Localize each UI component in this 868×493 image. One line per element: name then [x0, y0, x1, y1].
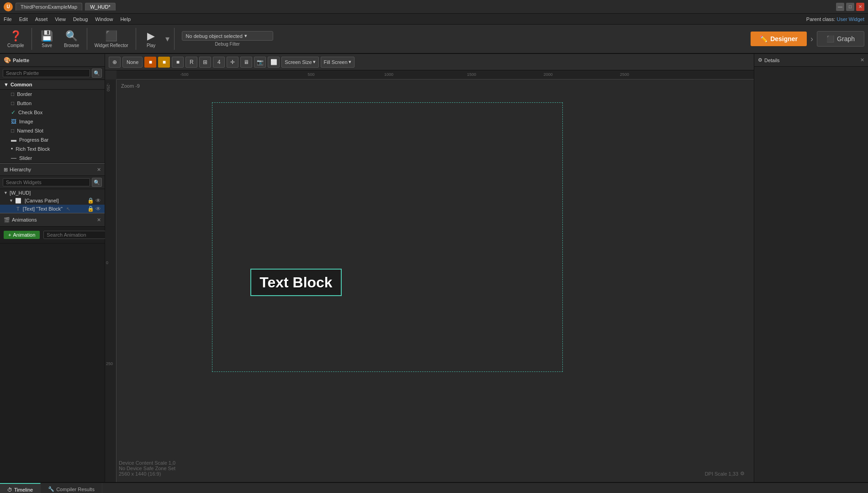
designer-button[interactable]: ✏️ Designer: [751, 32, 807, 46]
canvas-area: ⊕ None ■ ■ ■ R ⊞ 4 ✛ 🖥 📷 ⬜ Screen Size ▾…: [105, 54, 754, 482]
camera-button[interactable]: 📷: [254, 57, 266, 68]
menubar: File Edit Asset View Debug Window Help P…: [0, 14, 868, 25]
hierarchy-panel: ⊞ Hierarchy ✕ 🔍 ▼ [W_HUD] ▼ ⬜ [Canvas Pa…: [0, 163, 105, 213]
hierarchy-search-button[interactable]: 🔍: [92, 178, 102, 187]
palette-border-item[interactable]: □ Border: [0, 90, 105, 99]
screen-bounds-rect: [212, 102, 562, 372]
animations-close-icon[interactable]: ✕: [97, 217, 101, 223]
hierarchy-search-bar: 🔍: [0, 176, 105, 189]
hierarchy-title: Hierarchy: [10, 167, 31, 172]
color-button-3[interactable]: ■: [172, 57, 184, 68]
fit-view-button[interactable]: ⊕: [109, 57, 121, 68]
lock-icon[interactable]: 🔒: [87, 197, 94, 204]
tab-timeline[interactable]: ⏱ Timeline: [0, 483, 41, 493]
menu-view[interactable]: View: [55, 16, 66, 22]
grid-button[interactable]: ⊞: [199, 57, 211, 68]
section-label: Common: [11, 82, 32, 87]
text-lock-icon[interactable]: 🔒: [87, 206, 94, 212]
menu-file[interactable]: File: [4, 16, 12, 22]
hierarchy-header: ⊞ Hierarchy ✕: [0, 163, 105, 176]
settings-icon[interactable]: ⚙: [740, 471, 745, 477]
palette-image-item[interactable]: 🖼 Image: [0, 117, 105, 126]
tab-widget[interactable]: W_HUD*: [85, 3, 116, 11]
window-controls: — □ ✕: [836, 3, 864, 11]
palette-search-bar: 🔍: [0, 67, 105, 80]
namedslot-label: Named Slot: [17, 128, 43, 133]
close-button[interactable]: ✕: [856, 3, 864, 11]
color-button-2[interactable]: ■: [158, 57, 170, 68]
hierarchy-close-icon[interactable]: ✕: [97, 167, 101, 173]
widget-canvas[interactable]: Text Block: [116, 80, 754, 482]
palette-button-item[interactable]: □ Button: [0, 99, 105, 108]
fill-screen-dropdown[interactable]: Fill Screen ▾: [321, 57, 355, 68]
none-button[interactable]: None: [122, 57, 143, 68]
add-animation-button[interactable]: + Animation: [4, 231, 40, 239]
palette-common-section[interactable]: ▼ Common: [0, 80, 105, 90]
palette-richtextblock-item[interactable]: • Rich Text Block: [0, 144, 105, 154]
ruler-mark-1500: 1500: [467, 72, 476, 77]
app-logo: U: [4, 2, 13, 11]
menu-edit[interactable]: Edit: [19, 16, 28, 22]
color-button-1[interactable]: ■: [144, 57, 156, 68]
palette-search-input[interactable]: [3, 69, 90, 77]
menu-help[interactable]: Help: [120, 16, 131, 22]
maximize-button[interactable]: □: [846, 3, 854, 11]
palette-search-button[interactable]: 🔍: [92, 69, 102, 78]
minimize-button[interactable]: —: [836, 3, 844, 11]
palette-namedslot-item[interactable]: □ Named Slot: [0, 126, 105, 135]
timeline-tabs: ⏱ Timeline 🔧 Compiler Results: [0, 483, 868, 493]
resolution: 2560 x 1440 (16:9): [119, 471, 175, 477]
widget-reflector-button[interactable]: ⬛ Widget Reflector: [91, 28, 132, 50]
move-button[interactable]: ✛: [227, 57, 238, 68]
hierarchy-canvas-item[interactable]: ▼ ⬜ [Canvas Panel] 🔒 👁: [0, 196, 105, 205]
palette-slider-item[interactable]: — Slider: [0, 154, 105, 163]
canvas-viewport[interactable]: -500 500 1000 1500 2000 2500 -250 0 250 …: [105, 70, 754, 482]
hierarchy-textblock-item[interactable]: T [Text] "Text Block" ↖ 🔒 👁: [0, 205, 105, 213]
border-icon: □: [11, 91, 14, 97]
menu-window[interactable]: Window: [95, 16, 113, 22]
eye-icon[interactable]: 👁: [95, 197, 101, 204]
ruler-mark-2000: 2000: [544, 72, 553, 77]
designer-arrow-icon: ›: [810, 34, 813, 44]
save-label: Save: [42, 43, 52, 48]
tab-compiler-results[interactable]: 🔧 Compiler Results: [41, 483, 102, 493]
number-button[interactable]: 4: [213, 57, 225, 68]
dpi-scale-label: DPI Scale 1,33: [705, 471, 738, 477]
hierarchy-search-input[interactable]: [3, 178, 90, 186]
play-dropdown-icon[interactable]: ▾: [165, 34, 169, 44]
screen-button[interactable]: 🖥: [240, 57, 252, 68]
canvas-item-icon: ⬜: [15, 198, 21, 204]
tab-map[interactable]: ThirdPersonExampleMap: [16, 3, 82, 11]
layout-button[interactable]: ⬜: [268, 57, 280, 68]
debug-object-dropdown[interactable]: No debug object selected ▾: [182, 31, 273, 41]
dpi-info: DPI Scale 1,33 ⚙: [705, 471, 745, 477]
titlebar: U ThirdPersonExampleMap W_HUD* — □ ✕: [0, 0, 868, 14]
text-item-icon: T: [16, 206, 20, 212]
palette-checkbox-item[interactable]: ✓ Check Box: [0, 108, 105, 117]
add-anim-label: Animation: [13, 232, 35, 238]
save-button[interactable]: 💾 Save: [36, 28, 58, 50]
canvas-item-controls: 🔒 👁: [87, 197, 101, 204]
browse-button[interactable]: 🔍 Browse: [60, 28, 83, 50]
text-block-widget[interactable]: Text Block: [250, 269, 342, 296]
ruler-mark-500: 500: [308, 72, 315, 77]
browse-label: Browse: [64, 43, 79, 48]
compile-button[interactable]: ❓ Compile: [4, 28, 28, 50]
play-button[interactable]: ▶ Play: [140, 28, 163, 50]
text-eye-icon[interactable]: 👁: [95, 206, 101, 212]
button-label: Button: [17, 101, 32, 106]
ruler-mark-1000: 1000: [384, 72, 393, 77]
animation-search-input[interactable]: [43, 231, 113, 239]
progressbar-label: Progress Bar: [19, 137, 48, 143]
details-close-icon[interactable]: ✕: [860, 57, 864, 63]
graph-button[interactable]: ⬛ Graph: [817, 31, 864, 47]
menu-asset[interactable]: Asset: [35, 16, 48, 22]
palette-progressbar-item[interactable]: ▬ Progress Bar: [0, 135, 105, 144]
graph-icon: ⬛: [826, 35, 834, 42]
r-button[interactable]: R: [185, 57, 197, 68]
palette-panel: 🎨 Palette 🔍 ▼ Common □ Border □ Button ✓: [0, 54, 105, 163]
hierarchy-root-item[interactable]: ▼ [W_HUD]: [0, 189, 105, 196]
menu-debug[interactable]: Debug: [73, 16, 88, 22]
screen-size-dropdown[interactable]: Screen Size ▾: [281, 57, 318, 68]
parent-class-info: Parent class: User Widget: [806, 16, 864, 22]
